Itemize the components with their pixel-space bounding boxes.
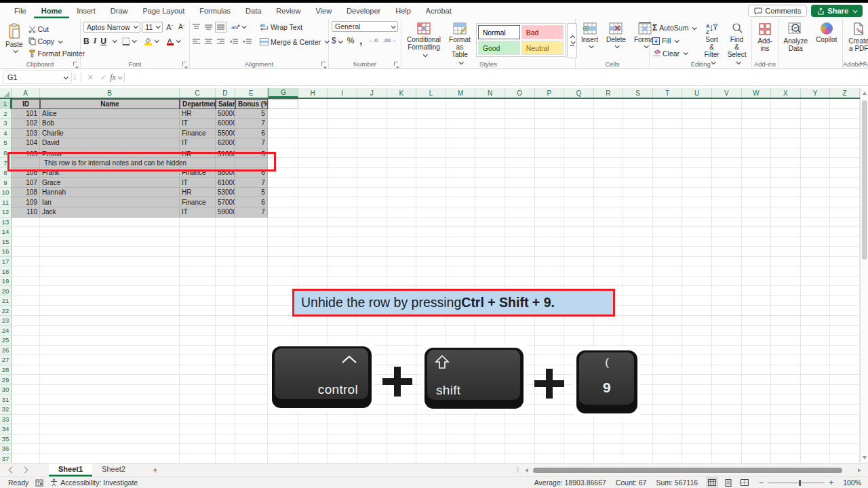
- cell-O7[interactable]: [505, 158, 535, 168]
- cell-M37[interactable]: [446, 454, 476, 463]
- comments-button[interactable]: Comments: [748, 5, 807, 17]
- cell-Z26[interactable]: [830, 346, 860, 356]
- cell-V11[interactable]: [712, 197, 742, 207]
- cell-E34[interactable]: [235, 424, 268, 434]
- cell-E37[interactable]: [235, 454, 268, 463]
- cell-I37[interactable]: [328, 454, 357, 463]
- cell-E4[interactable]: 6: [235, 129, 268, 139]
- cell-E36[interactable]: [235, 444, 268, 454]
- cell-L12[interactable]: [416, 207, 446, 218]
- cell-U1[interactable]: [682, 99, 712, 109]
- cell-X9[interactable]: [771, 178, 801, 188]
- cell-H12[interactable]: [298, 207, 328, 218]
- cell-T27[interactable]: [653, 355, 683, 365]
- row-header-31[interactable]: 31: [0, 394, 12, 405]
- cell-S9[interactable]: [623, 178, 653, 188]
- cell-R19[interactable]: [594, 277, 624, 287]
- cell-C26[interactable]: [180, 346, 216, 356]
- column-header-Q[interactable]: Q: [564, 88, 594, 98]
- cell-W22[interactable]: [742, 306, 772, 316]
- cell-J5[interactable]: [357, 138, 387, 148]
- cell-D5[interactable]: 62000: [216, 138, 235, 148]
- cell-S11[interactable]: [623, 197, 653, 207]
- cell-X34[interactable]: [771, 424, 801, 434]
- cell-K7[interactable]: [387, 158, 417, 168]
- cell-J17[interactable]: [357, 257, 387, 267]
- cell-D29[interactable]: [216, 375, 235, 385]
- menu-tab-review[interactable]: Review: [269, 4, 308, 18]
- cell-D16[interactable]: [216, 247, 235, 257]
- cell-Y22[interactable]: [801, 306, 831, 316]
- menu-tab-formulas[interactable]: Formulas: [192, 4, 238, 18]
- cell-U19[interactable]: [682, 277, 712, 287]
- row-header-1[interactable]: 1: [0, 99, 12, 109]
- cell-Y23[interactable]: [801, 316, 831, 326]
- cell-X30[interactable]: [771, 385, 801, 395]
- cell-L24[interactable]: [416, 326, 446, 336]
- cell-X27[interactable]: [771, 355, 801, 365]
- vertical-scroll-thumb[interactable]: [862, 100, 867, 260]
- cell-B5[interactable]: David: [40, 138, 180, 148]
- cell-V21[interactable]: [712, 296, 742, 306]
- cell-I34[interactable]: [328, 424, 357, 434]
- cell-O6[interactable]: [505, 148, 535, 159]
- cell-E30[interactable]: [235, 385, 268, 395]
- cell-Z10[interactable]: [830, 188, 860, 198]
- cell-N8[interactable]: [475, 168, 505, 178]
- cell-E28[interactable]: [235, 365, 268, 375]
- menu-tab-acrobat[interactable]: Acrobat: [418, 4, 459, 18]
- cell-S14[interactable]: [623, 227, 653, 237]
- alignment-dialog-launcher-icon[interactable]: [321, 62, 327, 67]
- column-header-Y[interactable]: Y: [801, 88, 831, 98]
- row-header-19[interactable]: 19: [0, 277, 12, 287]
- percent-button[interactable]: %: [347, 36, 355, 45]
- cell-A3[interactable]: 102: [12, 119, 40, 129]
- cell-V22[interactable]: [712, 306, 742, 316]
- column-header-V[interactable]: V: [712, 88, 742, 98]
- cell-J4[interactable]: [357, 129, 387, 139]
- cell-W19[interactable]: [742, 277, 772, 287]
- cell-Y1[interactable]: [801, 99, 831, 109]
- cell-J13[interactable]: [357, 218, 387, 228]
- cell-K13[interactable]: [387, 218, 417, 228]
- cell-M17[interactable]: [446, 257, 476, 267]
- cell-T34[interactable]: [653, 424, 683, 434]
- cell-E9[interactable]: 7: [235, 178, 268, 188]
- cell-C30[interactable]: [180, 385, 216, 395]
- cell-T2[interactable]: [653, 109, 683, 119]
- cell-N36[interactable]: [475, 444, 505, 454]
- cell-G18[interactable]: [268, 266, 298, 277]
- cell-C35[interactable]: [180, 434, 216, 445]
- cell-P35[interactable]: [535, 434, 565, 445]
- cell-T13[interactable]: [653, 218, 683, 228]
- cell-J24[interactable]: [357, 326, 387, 336]
- decrease-font-button[interactable]: Aˇ: [176, 22, 186, 31]
- cell-C12[interactable]: IT: [180, 207, 216, 218]
- cell-N12[interactable]: [475, 207, 505, 218]
- cell-H11[interactable]: [298, 197, 328, 207]
- cell-X2[interactable]: [771, 109, 801, 119]
- cell-P26[interactable]: [535, 346, 565, 356]
- cell-R25[interactable]: [594, 336, 624, 346]
- cell-A16[interactable]: [12, 247, 40, 257]
- cell-B30[interactable]: [40, 385, 180, 395]
- cell-U5[interactable]: [682, 138, 712, 148]
- cell-H5[interactable]: [298, 138, 328, 148]
- column-header-T[interactable]: T: [653, 88, 683, 98]
- cell-U33[interactable]: [682, 415, 712, 425]
- row-header-36[interactable]: 36: [0, 444, 12, 454]
- cell-O16[interactable]: [505, 247, 535, 257]
- row-header-34[interactable]: 34: [0, 424, 12, 434]
- cell-B37[interactable]: [40, 454, 180, 463]
- cell-I7[interactable]: [328, 158, 358, 168]
- row-header-9[interactable]: 9: [0, 178, 12, 188]
- cell-O37[interactable]: [505, 454, 535, 463]
- cell-N6[interactable]: [475, 148, 505, 159]
- cell-Y32[interactable]: [801, 405, 831, 415]
- zoom-slider[interactable]: [768, 483, 825, 483]
- column-header-O[interactable]: O: [505, 88, 535, 98]
- cell-Y35[interactable]: [801, 434, 831, 445]
- cell-T1[interactable]: [653, 99, 683, 109]
- cell-S21[interactable]: [623, 296, 653, 306]
- cell-A12[interactable]: 110: [12, 207, 40, 218]
